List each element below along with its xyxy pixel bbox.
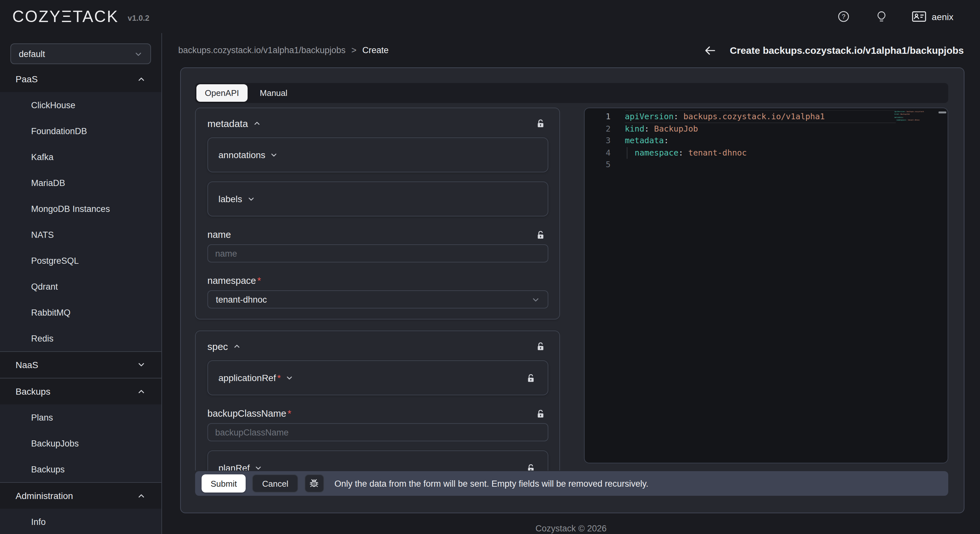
id-card-icon <box>912 11 926 22</box>
submit-button[interactable]: Submit <box>202 474 246 493</box>
chevron-down-icon <box>286 374 293 381</box>
labels-group[interactable]: labels <box>207 181 548 216</box>
chevron-up-icon <box>137 75 145 83</box>
help-button[interactable]: ? <box>835 8 852 25</box>
breadcrumb-resource-link[interactable]: backups.cozystack.io/v1alpha1/backupjobs <box>178 45 345 55</box>
sidebar-item-mariadb[interactable]: MariaDB <box>0 170 161 196</box>
spec-section-head: spec <box>207 338 548 354</box>
debug-button[interactable] <box>305 474 324 493</box>
name-field-head: name <box>207 228 548 241</box>
page-title: Create backups.cozystack.io/v1alpha1/bac… <box>730 45 964 56</box>
chevron-down-icon <box>137 361 145 369</box>
sidebar-section-naas[interactable]: NaaS <box>0 352 161 378</box>
backupclassname-lock-toggle[interactable] <box>537 408 544 418</box>
header-actions: ? aenix <box>835 8 953 25</box>
sidebar-section-backups[interactable]: Backups <box>0 378 161 404</box>
sidebar: default PaaS ClickHouseFoundationDBKafka… <box>0 33 162 534</box>
line-number: 5 <box>585 159 611 171</box>
editor-line[interactable]: 3metadata: <box>585 135 948 147</box>
editor-minimap[interactable]: apiVersion: backups.cozystack.io/v1alpha… <box>894 111 924 122</box>
sidebar-menu: PaaS ClickHouseFoundationDBKafkaMariaDBM… <box>0 66 161 534</box>
svg-text:?: ? <box>842 13 845 20</box>
footer: Cozystack © 2026 <box>162 524 980 533</box>
sidebar-item-backupjobs[interactable]: BackupJobs <box>0 430 161 456</box>
sidebar-section-paas[interactable]: PaaS <box>0 66 161 92</box>
tab-manual[interactable]: Manual <box>251 84 296 102</box>
chevron-up-icon <box>137 388 145 395</box>
chevron-up-icon <box>253 119 260 127</box>
chevron-up-icon <box>137 492 145 500</box>
breadcrumb-current: Create <box>362 45 388 55</box>
line-number: 1 <box>585 111 611 123</box>
sidebar-item-mongodb-instances[interactable]: MongoDB Instances <box>0 196 161 222</box>
tenant-select-value: default <box>19 49 45 59</box>
metadata-collapse-toggle[interactable]: metadata <box>207 118 260 129</box>
tab-openapi[interactable]: OpenAPI <box>196 84 248 102</box>
sidebar-item-nats[interactable]: NATS <box>0 222 161 248</box>
help-circle-icon: ? <box>837 10 850 23</box>
sidebar-item-backups[interactable]: Backups <box>0 456 161 482</box>
editor-code: 1apiVersion: backups.cozystack.io/v1alph… <box>585 108 948 171</box>
unlock-icon <box>527 373 535 383</box>
namespace-select-value: tenant-dhnoc <box>216 294 267 304</box>
cancel-button[interactable]: Cancel <box>253 474 298 493</box>
spec-collapse-toggle[interactable]: spec <box>207 340 240 351</box>
yaml-editor[interactable]: 1apiVersion: backups.cozystack.io/v1alph… <box>584 108 948 463</box>
chevron-up-icon <box>233 343 240 350</box>
editor-line[interactable]: 2kind: BackupJob <box>585 123 948 135</box>
unlock-icon <box>537 118 544 128</box>
back-button[interactable] <box>705 45 716 56</box>
annotations-group[interactable]: annotations <box>207 137 548 172</box>
arrow-left-icon <box>705 45 716 56</box>
planref-lock-toggle[interactable] <box>527 463 535 470</box>
sidebar-item-rabbitmq[interactable]: RabbitMQ <box>0 299 161 325</box>
editor-line[interactable]: 1apiVersion: backups.cozystack.io/v1alph… <box>585 111 948 123</box>
page-title-wrap: Create backups.cozystack.io/v1alpha1/bac… <box>705 45 964 56</box>
sidebar-item-qdrant[interactable]: Qdrant <box>0 273 161 299</box>
namespace-field-head: namespace* <box>207 274 548 287</box>
name-lock-toggle[interactable] <box>537 230 544 240</box>
unlock-icon <box>537 341 544 351</box>
applicationref-group[interactable]: applicationRef* <box>207 360 548 395</box>
line-number: 3 <box>585 135 611 147</box>
tenant-select[interactable]: default <box>10 43 151 64</box>
sidebar-item-kafka[interactable]: Kafka <box>0 144 161 170</box>
editor-line[interactable]: 4 namespace: tenant-dhnoc <box>585 147 948 159</box>
sidebar-section: PaaS ClickHouseFoundationDBKafkaMariaDBM… <box>0 66 161 351</box>
sidebar-section-administration[interactable]: Administration <box>0 483 161 509</box>
planref-group[interactable]: planRef <box>207 450 548 470</box>
metadata-lock-toggle[interactable] <box>537 118 544 128</box>
sidebar-item-clickhouse[interactable]: ClickHouse <box>0 92 161 118</box>
backupclassname-field-head: backupClassName* <box>207 407 548 420</box>
user-menu[interactable]: aenix <box>912 11 953 22</box>
sidebar-item-redis[interactable]: Redis <box>0 325 161 351</box>
app-logo: COZYΞTACK <box>12 7 119 26</box>
editor-mode-tabs: OpenAPI Manual <box>195 83 948 103</box>
spec-lock-toggle[interactable] <box>537 341 544 351</box>
breadcrumb: backups.cozystack.io/v1alpha1/backupjobs… <box>178 45 388 55</box>
bug-icon <box>309 478 320 489</box>
backupclassname-input[interactable] <box>207 423 548 441</box>
spec-section: spec applicationRef* <box>195 331 560 470</box>
chevron-down-icon <box>531 295 540 304</box>
unlock-icon <box>537 230 544 240</box>
editor-line[interactable]: 5 <box>585 159 948 171</box>
sidebar-item-postgresql[interactable]: PostgreSQL <box>0 248 161 273</box>
line-number: 2 <box>585 123 611 135</box>
line-number: 4 <box>585 147 611 159</box>
form-note: Only the data from the form will be sent… <box>334 478 649 488</box>
applicationref-lock-toggle[interactable] <box>527 373 535 383</box>
name-input[interactable] <box>207 244 548 262</box>
sidebar-item-plans[interactable]: Plans <box>0 404 161 430</box>
action-bar: Submit Cancel Only the data from the for… <box>195 471 948 496</box>
sidebar-item-foundationdb[interactable]: FoundationDB <box>0 118 161 144</box>
namespace-select[interactable]: tenant-dhnoc <box>207 290 548 308</box>
theme-toggle-button[interactable] <box>873 8 889 25</box>
sidebar-section: Backups PlansBackupJobsBackups <box>0 378 161 482</box>
chevron-down-icon <box>255 464 262 470</box>
editor-scrollbar-thumb[interactable] <box>939 111 946 113</box>
form-column: metadata annotations <box>195 108 560 470</box>
sidebar-section: NaaS <box>0 351 161 378</box>
chevron-down-icon <box>134 49 143 58</box>
sidebar-item-info[interactable]: Info <box>0 509 161 534</box>
